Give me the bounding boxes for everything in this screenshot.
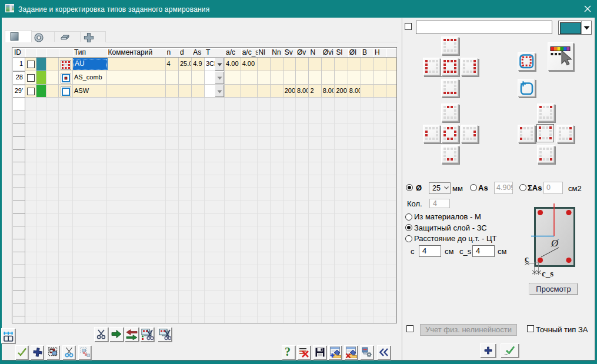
svg-text:c_s: c_s — [542, 269, 553, 278]
svg-text:Ø: Ø — [551, 238, 559, 249]
